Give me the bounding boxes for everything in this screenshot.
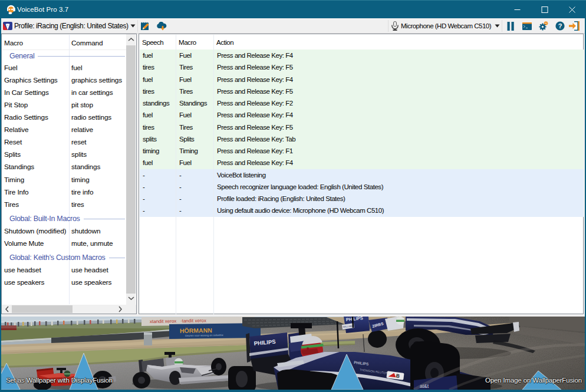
svg-text:B: B [396,373,400,379]
svg-text:xtandit xerox ·tandit xerox: xtandit xerox ·tandit xerox [150,318,206,324]
svg-text:HÖRMANN: HÖRMANN [180,327,212,334]
svg-text:?: ? [558,22,562,29]
